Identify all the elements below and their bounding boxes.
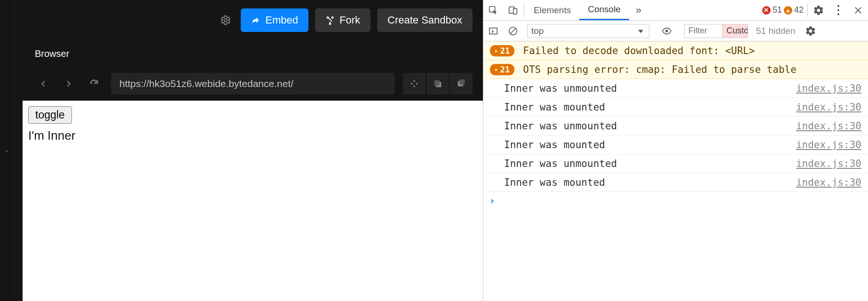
svg-rect-7 [459, 79, 465, 85]
console-row[interactable]: Inner was unmountedindex.js:30 [483, 117, 868, 135]
gear-icon [805, 25, 816, 37]
message-count-pill: 21 [490, 45, 514, 56]
eye-icon [662, 26, 672, 36]
inspect-element-button[interactable] [483, 0, 503, 20]
svg-point-3 [413, 86, 415, 87]
execution-context-select[interactable]: top ▼ [527, 24, 649, 38]
error-count: 51 [773, 5, 782, 15]
nav-forward-button[interactable] [60, 75, 77, 92]
url-input[interactable] [111, 73, 395, 95]
kebab-icon: ⋮ [832, 3, 845, 17]
console-prompt[interactable]: › [483, 192, 868, 209]
warning-count: 42 [794, 5, 804, 15]
panel-title: Browser [14, 40, 483, 70]
svg-point-2 [413, 80, 415, 82]
fork-label: Fork [339, 14, 360, 26]
console-message: Inner was unmounted [504, 120, 796, 132]
codesandbox-pane: · Embed Fork Create Sandbox Browse [0, 0, 483, 301]
console-row[interactable]: Inner was unmountedindex.js:30 [483, 154, 868, 173]
tabs-overflow-button[interactable]: » [629, 0, 648, 20]
error-dot-icon: ✕ [762, 6, 771, 15]
devtools-tabbar: Elements Console » ✕51 ▲42 ⋮ [483, 0, 868, 21]
chevron-left-icon [38, 79, 48, 89]
console-filter-input[interactable] [684, 24, 723, 38]
console-source-link[interactable]: index.js:30 [796, 102, 861, 113]
devtools-pane: Elements Console » ✕51 ▲42 ⋮ top ▼ Custo… [483, 0, 868, 301]
toggle-button[interactable]: toggle [28, 106, 72, 124]
preview-frame: toggle I'm Inner [23, 101, 483, 301]
inspect-icon [488, 5, 498, 16]
console-message: Inner was mounted [504, 177, 796, 188]
inner-text: I'm Inner [28, 128, 477, 143]
fork-button[interactable]: Fork [315, 8, 371, 32]
console-row[interactable]: 21Failed to decode downloaded font: <URL… [483, 41, 868, 60]
window-icon [456, 79, 466, 89]
share-arrow-icon [251, 16, 260, 25]
activity-bar: · [0, 0, 14, 301]
reload-button[interactable] [86, 75, 103, 92]
console-source-link[interactable]: index.js:30 [796, 83, 861, 94]
live-expression-button[interactable] [657, 26, 677, 36]
nav-back-button[interactable] [35, 75, 52, 92]
svg-point-1 [416, 83, 418, 85]
embed-label: Embed [265, 14, 298, 26]
tab-elements[interactable]: Elements [525, 0, 579, 20]
message-count-pill: 21 [490, 64, 514, 75]
create-sandbox-label: Create Sandbox [387, 14, 462, 26]
warning-dot-icon: ▲ [784, 6, 792, 15]
context-value: top [531, 26, 544, 36]
tab-console[interactable]: Console [579, 0, 629, 20]
view-copy-button[interactable] [426, 73, 449, 95]
devtools-settings-button[interactable] [809, 0, 829, 20]
create-sandbox-button[interactable]: Create Sandbox [377, 8, 473, 32]
console-filter-bar: top ▼ Custom levels 51 hidden [483, 21, 868, 41]
view-grid-button[interactable] [403, 73, 426, 95]
console-message: Inner was mounted [504, 102, 796, 113]
gear-icon [221, 15, 231, 25]
codesandbox-toolbar: Embed Fork Create Sandbox [14, 0, 483, 40]
clear-icon [508, 26, 518, 36]
console-message: Inner was mounted [504, 139, 796, 150]
preferences-button[interactable] [217, 12, 234, 29]
svg-rect-10 [513, 8, 517, 14]
log-level-select[interactable]: Custom levels [723, 24, 748, 38]
console-message: Failed to decode downloaded font: <URL> [523, 45, 861, 56]
svg-point-0 [411, 83, 413, 85]
console-source-link[interactable]: index.js:30 [796, 120, 861, 132]
console-settings-button[interactable] [801, 25, 821, 37]
console-row[interactable]: Inner was mountedindex.js:30 [483, 173, 868, 192]
svg-point-16 [665, 30, 668, 32]
devtools-close-button[interactable] [848, 0, 868, 20]
grid-icon [409, 79, 419, 89]
console-source-link[interactable]: index.js:30 [796, 177, 861, 188]
device-icon [508, 5, 518, 16]
console-row[interactable]: Inner was mountedindex.js:30 [483, 135, 868, 154]
browser-address-bar [14, 70, 483, 98]
console-row[interactable]: 21OTS parsing error: cmap: Failed to par… [483, 60, 868, 79]
console-message: Inner was unmounted [504, 83, 796, 94]
chevron-right-icon [63, 79, 74, 89]
console-row[interactable]: Inner was unmountedindex.js:30 [483, 79, 868, 98]
console-message: Inner was unmounted [504, 158, 796, 169]
reload-icon [89, 79, 99, 89]
console-sidebar-toggle[interactable] [483, 26, 503, 36]
console-message: OTS parsing error: cmap: Failed to parse… [523, 64, 861, 75]
svg-rect-5 [434, 80, 440, 86]
chevron-down-icon: ▼ [636, 28, 645, 34]
console-source-link[interactable]: index.js:30 [796, 158, 861, 169]
clear-console-button[interactable] [503, 26, 523, 36]
fork-icon [325, 16, 335, 25]
embed-button[interactable]: Embed [241, 8, 308, 32]
console-row[interactable]: Inner was mountedindex.js:30 [483, 98, 868, 117]
close-icon [853, 5, 863, 16]
hidden-messages-count[interactable]: 51 hidden [756, 26, 795, 36]
console-source-link[interactable]: index.js:30 [796, 139, 861, 150]
new-window-button[interactable] [450, 73, 473, 95]
copy-icon [433, 79, 443, 89]
gear-icon [813, 5, 824, 16]
device-toggle-button[interactable] [503, 0, 523, 20]
console-output[interactable]: 21Failed to decode downloaded font: <URL… [483, 41, 868, 301]
devtools-menu-button[interactable]: ⋮ [829, 0, 848, 20]
issue-counters[interactable]: ✕51 ▲42 [759, 0, 806, 20]
sidebar-toggle-icon [488, 26, 498, 36]
